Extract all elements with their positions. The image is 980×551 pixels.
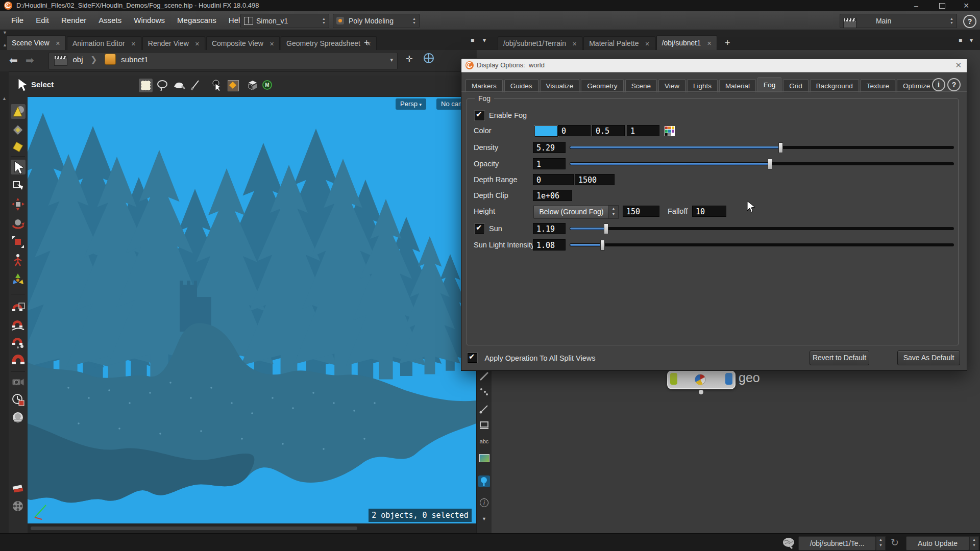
geo-node[interactable] — [667, 370, 736, 389]
menu-item[interactable]: Assets — [92, 11, 128, 30]
dialog-tab[interactable]: View — [658, 79, 685, 92]
environment-light-icon[interactable] — [478, 475, 490, 487]
tab-close-icon[interactable]: ✕ — [195, 41, 200, 47]
pane-menu-icon[interactable]: ▾ — [483, 37, 486, 44]
back-arrow-icon[interactable]: ⬅ — [9, 54, 18, 66]
pane-maximize-icon[interactable]: ■ — [471, 37, 474, 44]
pane-tab[interactable]: /obj/subnet1✕ — [656, 35, 718, 50]
menu-item[interactable]: Edit — [30, 11, 55, 30]
apply-all-checkbox[interactable]: ✔ — [468, 353, 477, 363]
secure-select-icon[interactable] — [210, 79, 224, 92]
breadcrumb[interactable]: obj ❯ subnet1 ▾ — [48, 52, 398, 70]
dialog-tab[interactable]: Markers — [465, 79, 503, 92]
desktop-selector[interactable]: Simon_v1 ▲▼ — [240, 14, 329, 28]
stroke-select-icon[interactable] — [188, 79, 202, 92]
main-spinner[interactable]: ▲▼ — [948, 17, 955, 25]
update-mode-selector[interactable]: Auto Update — [906, 536, 969, 550]
scale-tool-icon[interactable] — [11, 235, 26, 249]
depth-range-min-field[interactable]: 0 — [533, 174, 574, 185]
text-overlay-icon[interactable]: abc — [478, 436, 490, 447]
snap-point-icon[interactable] — [11, 335, 26, 349]
help-icon[interactable]: ? — [963, 15, 976, 28]
pane-tab[interactable]: Scene View✕ — [6, 35, 66, 50]
brush-select-icon[interactable] — [172, 79, 186, 92]
revert-default-button[interactable]: Revert to Default — [810, 350, 869, 365]
snapshot-icon[interactable] — [478, 386, 490, 397]
fog-color-swatch[interactable] — [534, 126, 558, 137]
view-tool-icon[interactable] — [11, 104, 26, 119]
close-button[interactable]: ✕ — [959, 0, 974, 11]
opacity-slider[interactable] — [570, 162, 954, 165]
new-tab-button[interactable]: + — [360, 36, 374, 49]
desktop-spinner[interactable]: ▲▼ — [320, 17, 328, 25]
height-mode-dropdown[interactable]: Below (Ground Fog) — [533, 205, 609, 219]
color-r-field[interactable]: 0 — [558, 125, 591, 136]
enable-fog-checkbox[interactable]: ✔ — [475, 111, 484, 120]
sun-field[interactable]: 1.19 — [533, 223, 566, 234]
dialog-tab[interactable]: Texture — [861, 79, 895, 92]
node-output-connector[interactable] — [699, 390, 703, 394]
menu-item[interactable]: Megascans — [171, 11, 223, 30]
recook-icon[interactable]: ↻ — [891, 537, 899, 548]
dialog-tab[interactable]: Grid — [783, 79, 808, 92]
rotate-tool-icon[interactable] — [11, 216, 26, 231]
shelf-tool-selector[interactable]: Poly Modeling ▲▼ — [333, 14, 420, 28]
pane-maximize-icon-right[interactable]: ■ — [959, 37, 962, 44]
lasso-select-icon[interactable] — [156, 79, 169, 92]
density-field[interactable]: 5.29 — [533, 142, 566, 153]
tab-close-icon[interactable]: ✕ — [131, 41, 136, 47]
background-image-icon[interactable] — [478, 452, 490, 464]
pane-tab[interactable]: Composite View✕ — [206, 36, 280, 50]
tab-close-icon[interactable]: ✕ — [645, 41, 649, 47]
dialog-info-icon[interactable]: i — [932, 78, 945, 91]
context-path-spinner[interactable]: ▲▼ — [876, 536, 886, 550]
opacity-field[interactable]: 1 — [533, 158, 566, 169]
menu-item[interactable]: Windows — [128, 11, 171, 30]
tab-close-icon[interactable]: ✕ — [707, 40, 712, 46]
isolate-tool-icon[interactable] — [11, 122, 26, 137]
color-palette-icon[interactable] — [665, 126, 675, 136]
update-mode-spinner[interactable]: ▲▼ — [969, 536, 979, 550]
snap-multi-icon[interactable] — [11, 352, 26, 367]
tab-close-icon[interactable]: ✕ — [270, 41, 274, 47]
flipbook-icon[interactable] — [11, 392, 26, 407]
move-tool-icon[interactable] — [11, 197, 26, 212]
pane-tab[interactable]: Render View✕ — [142, 36, 205, 50]
tab-close-icon[interactable]: ✕ — [572, 41, 577, 47]
horizontal-scrollbar[interactable] — [31, 527, 357, 530]
display-device-icon[interactable] — [478, 419, 490, 431]
marquee-select-icon[interactable] — [139, 79, 153, 92]
dialog-tab[interactable]: Background — [810, 79, 859, 92]
dialog-tab[interactable]: Guides — [504, 79, 538, 92]
tab-close-icon[interactable]: ✕ — [56, 40, 60, 46]
info-icon[interactable]: i — [478, 497, 490, 509]
sun-intensity-field[interactable]: 1.08 — [533, 239, 566, 251]
maximize-button[interactable] — [934, 0, 949, 11]
dialog-tab[interactable]: Geometry — [581, 79, 623, 92]
menu-item[interactable]: File — [5, 11, 30, 30]
depth-clip-field[interactable]: 1e+06 — [533, 190, 572, 201]
node-display-flag[interactable] — [670, 373, 677, 385]
pane-tab[interactable]: Material Palette✕ — [583, 36, 655, 50]
color-b-field[interactable]: 1 — [627, 125, 659, 136]
viewport-light-icon[interactable] — [11, 410, 26, 425]
ruler-icon[interactable] — [478, 370, 490, 382]
dialog-tab[interactable]: Lights — [687, 79, 718, 92]
pin-icon[interactable]: ✛ — [406, 54, 412, 64]
height-field[interactable]: 150 — [623, 206, 659, 217]
shelf-books-icon[interactable] — [11, 480, 26, 494]
dialog-tab[interactable]: Fog — [757, 77, 781, 92]
new-tab-button-right[interactable]: + — [721, 36, 734, 49]
color-g-field[interactable]: 0.5 — [592, 125, 625, 136]
dialog-title-bar[interactable]: Display Options: world ✕ — [461, 59, 967, 72]
context-path-selector[interactable]: /obj/subnet1/Te... — [798, 536, 876, 550]
megascans-icon[interactable]: M — [261, 79, 275, 92]
density-slider[interactable] — [570, 146, 954, 149]
select-tool-icon[interactable] — [11, 160, 26, 174]
save-default-button[interactable]: Save As Default — [897, 350, 960, 365]
falloff-field[interactable]: 10 — [692, 206, 726, 217]
pane-collapse-icon[interactable]: ▼ — [3, 30, 7, 35]
pane-menu-icon-right[interactable]: ▾ — [970, 37, 973, 44]
node-render-flag[interactable] — [725, 373, 732, 385]
globe-icon[interactable] — [424, 53, 434, 63]
